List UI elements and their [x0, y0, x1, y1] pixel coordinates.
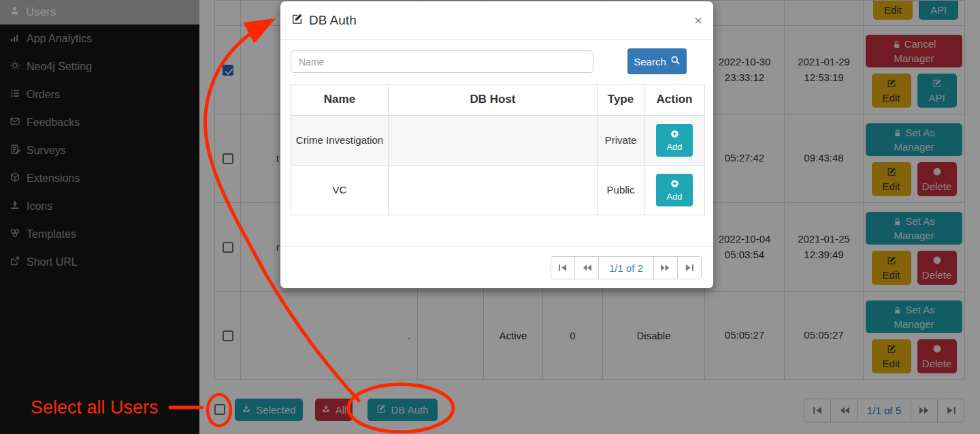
db-name-cell: Crime Investigation — [291, 116, 388, 165]
add-db-button[interactable]: Add — [656, 124, 693, 157]
search-icon — [670, 55, 681, 67]
table-row-actions: Add — [644, 166, 704, 215]
close-icon[interactable]: × — [694, 13, 702, 27]
db-auth-modal: DB Auth × Search Name DB Host Type Actio… — [280, 1, 713, 288]
db-type-cell: Private — [598, 116, 644, 165]
modal-footer-divider — [280, 246, 713, 247]
modal-title: DB Auth — [309, 13, 357, 28]
button-label: Search — [634, 56, 666, 67]
button-label: Add — [666, 142, 682, 152]
first-page-icon[interactable] — [551, 256, 575, 279]
prev-page-icon[interactable] — [574, 256, 599, 279]
column-header: Name — [291, 84, 388, 115]
plus-circle-icon — [670, 129, 679, 140]
db-name-search-input[interactable] — [291, 50, 593, 73]
last-page-icon[interactable] — [677, 256, 702, 279]
search-button[interactable]: Search — [627, 48, 687, 74]
column-header: Action — [644, 84, 704, 115]
db-auth-table: Name DB Host Type Action Crime Investiga… — [291, 84, 705, 215]
db-auth-pagination: 1/1 of 2 — [551, 256, 702, 279]
page: Users App Analytics Neo4j Setting Orders… — [0, 0, 980, 434]
add-db-button[interactable]: Add — [656, 174, 693, 206]
next-page-icon[interactable] — [653, 256, 678, 279]
modal-header: DB Auth × — [280, 1, 713, 40]
button-label: Add — [666, 191, 682, 202]
edit-icon — [291, 13, 303, 27]
plus-circle-icon — [670, 179, 679, 190]
column-header: Type — [598, 84, 644, 115]
table-row-actions: Add — [644, 116, 704, 165]
column-header: DB Host — [389, 84, 597, 115]
db-name-cell: VC — [291, 166, 388, 215]
db-type-cell: Public — [598, 166, 644, 215]
page-indicator: 1/1 of 2 — [598, 256, 654, 279]
db-host-cell — [389, 116, 597, 165]
db-host-cell — [389, 166, 597, 215]
